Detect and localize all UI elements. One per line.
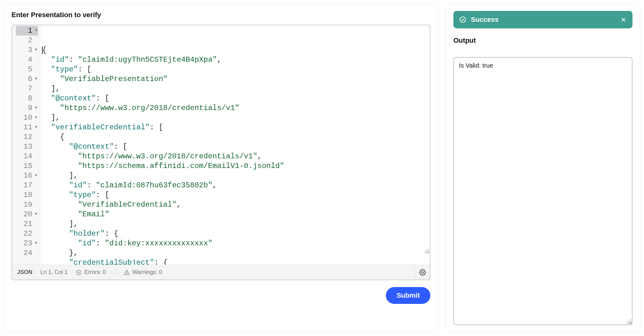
fold-toggle-icon[interactable]: ▼ <box>34 242 38 245</box>
input-panel: Enter Presentation to verify 1▼23▼456▼78… <box>4 4 438 332</box>
fold-toggle-icon[interactable]: ▼ <box>34 106 38 110</box>
fold-toggle-icon[interactable]: ▼ <box>34 77 38 81</box>
cursor-position: Ln 1, Col 1 <box>40 269 68 276</box>
gear-icon <box>419 269 426 276</box>
fold-toggle-icon <box>34 58 38 62</box>
fold-toggle-icon[interactable]: ▼ <box>34 29 38 33</box>
fold-toggle-icon <box>34 232 38 236</box>
editor-mode: JSON <box>17 269 32 276</box>
fold-toggle-icon[interactable]: ▼ <box>34 174 38 178</box>
resize-handle-icon[interactable] <box>626 319 631 324</box>
fold-toggle-icon <box>34 193 38 197</box>
output-textarea[interactable]: Is Valid: true <box>453 57 632 325</box>
errors-count[interactable]: Errors: 0 <box>76 269 106 276</box>
json-editor[interactable]: 1▼23▼456▼789▼10▼11▼1213141516▼17181920▼2… <box>12 25 430 280</box>
warnings-count[interactable]: Warnings: 0 <box>124 269 162 276</box>
input-panel-title: Enter Presentation to verify <box>12 11 430 19</box>
fold-toggle-icon <box>34 184 38 187</box>
output-title: Output <box>453 36 632 45</box>
editor-statusbar: JSON Ln 1, Col 1 Errors: 0 Warnings: 0 <box>12 265 430 280</box>
fold-toggle-icon <box>34 87 38 91</box>
resize-handle-icon[interactable] <box>424 248 429 253</box>
success-banner: Success <box>453 11 632 28</box>
fold-toggle-icon <box>34 39 38 42</box>
close-icon[interactable] <box>620 16 627 23</box>
banner-label: Success <box>471 16 499 24</box>
fold-toggle-icon[interactable]: ▼ <box>34 48 38 52</box>
fold-toggle-icon[interactable]: ▼ <box>34 116 38 120</box>
fold-toggle-icon <box>34 164 38 168</box>
svg-point-1 <box>126 274 127 274</box>
fold-toggle-icon <box>34 203 38 207</box>
svg-point-2 <box>422 271 424 273</box>
submit-button[interactable]: Submit <box>386 287 430 304</box>
editor-area[interactable]: 1▼23▼456▼789▼10▼11▼1213141516▼17181920▼2… <box>12 25 430 265</box>
fold-toggle-icon[interactable]: ▼ <box>34 126 38 129</box>
fold-toggle-icon <box>34 222 38 226</box>
fold-toggle-icon[interactable]: ▼ <box>34 213 38 216</box>
warning-icon <box>124 269 130 276</box>
fold-toggle-icon <box>34 155 38 158</box>
statusbar-divider <box>115 269 115 276</box>
editor-settings-button[interactable] <box>415 265 430 280</box>
fold-toggle-icon <box>34 97 38 100</box>
error-icon <box>76 269 82 276</box>
fold-toggle-icon <box>34 135 38 139</box>
fold-toggle-icon <box>34 251 38 255</box>
editor-code[interactable]: { "id": "claimId:ugyThn5CSTEjte4B4pXpa",… <box>40 25 430 265</box>
output-panel: Success Output Is Valid: true <box>446 4 640 332</box>
check-circle-icon <box>459 16 466 23</box>
fold-toggle-icon <box>34 68 38 71</box>
fold-toggle-icon <box>34 145 38 149</box>
output-text: Is Valid: true <box>459 62 493 69</box>
editor-gutter[interactable]: 1▼23▼456▼789▼10▼11▼1213141516▼17181920▼2… <box>12 25 40 265</box>
